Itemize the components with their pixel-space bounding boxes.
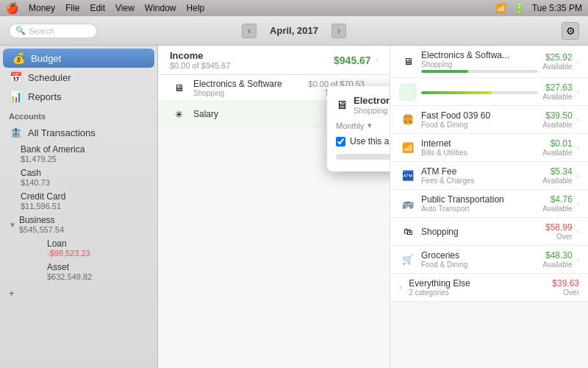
expand-icon: › bbox=[399, 283, 401, 291]
right-icon-internet: 📶 bbox=[399, 139, 417, 157]
menu-window[interactable]: Window bbox=[145, 3, 176, 13]
electronics-icon: 🖥 bbox=[170, 79, 187, 97]
right-icon-electronics: 🖥 bbox=[399, 53, 417, 71]
search-placeholder: Search bbox=[29, 26, 54, 35]
account-credit-card[interactable]: Credit Card $11,596.51 bbox=[0, 189, 157, 213]
account-cash[interactable]: Cash $140.73 bbox=[0, 166, 157, 189]
right-chevron-transport: › bbox=[577, 199, 579, 208]
search-bar[interactable]: 🔍 Search bbox=[9, 24, 97, 38]
menu-file[interactable]: File bbox=[65, 3, 79, 13]
right-row-groceries[interactable]: 🛒 Groceries Food & Dining $48.30 Availab… bbox=[390, 246, 588, 274]
right-panel: 🖥 Electronics & Softwa... Shopping $25.9… bbox=[390, 46, 588, 368]
settings-button[interactable]: ⚙ bbox=[562, 22, 579, 40]
sidebar-item-budget[interactable]: 💰 Budget bbox=[3, 49, 154, 68]
right-icon-shopping: 🛍 bbox=[399, 223, 417, 241]
frequency-chevron-icon: ▾ bbox=[368, 121, 372, 130]
transactions-icon: 🏦 bbox=[9, 127, 22, 138]
wifi-icon: 📶 bbox=[495, 3, 506, 13]
right-chevron-shopping: › bbox=[577, 227, 579, 236]
popup-overlay: 🖥 Electronics & Softwa... Shopping Month… bbox=[327, 86, 390, 171]
right-chevron-atm: › bbox=[577, 171, 579, 180]
right-chevron-icon: › bbox=[577, 57, 579, 66]
right-icon-available bbox=[399, 83, 417, 101]
business-group: ▼ Business $545,557.54 Loan -$98,523.23 … bbox=[0, 213, 157, 283]
sidebar-item-all-transactions[interactable]: 🏦 All Transactions bbox=[0, 123, 157, 142]
right-row-everything-else[interactable]: › Everything Else 2 categories $39.63 Ov… bbox=[390, 274, 588, 302]
popup-header: 🖥 Electronics & Softwa... Shopping bbox=[336, 95, 390, 115]
right-row-shopping[interactable]: 🛍 Shopping $58.99 Over › bbox=[390, 218, 588, 246]
right-chevron-internet: › bbox=[577, 144, 579, 152]
battery-icon: 🔋 bbox=[514, 3, 525, 13]
popup-checkbox[interactable] bbox=[336, 137, 345, 146]
menu-edit[interactable]: Edit bbox=[90, 3, 105, 13]
account-loan[interactable]: Loan -$98,523.23 bbox=[26, 236, 157, 260]
sidebar-item-scheduler[interactable]: 📅 Scheduler bbox=[0, 68, 157, 87]
account-asset[interactable]: Asset $632,549.82 bbox=[26, 260, 157, 283]
right-progress-electronics bbox=[421, 70, 538, 73]
menu-view[interactable]: View bbox=[115, 3, 135, 13]
right-row-internet[interactable]: 📶 Internet Bills & Utilities $0.01 Avail… bbox=[390, 134, 588, 162]
sidebar-item-reports[interactable]: 📊 Reports bbox=[0, 87, 157, 106]
right-icon-atm: 🏧 bbox=[399, 167, 417, 185]
current-month: April, 2017 bbox=[262, 25, 326, 36]
accounts-header: Accounts bbox=[0, 106, 157, 123]
app-body: 💰 Budget 📅 Scheduler 📊 Reports Accounts … bbox=[0, 46, 588, 368]
right-row-available[interactable]: $27.63 Available › bbox=[390, 78, 588, 106]
month-nav: ‹ April, 2017 › bbox=[242, 24, 346, 38]
right-chevron-icon-2: › bbox=[577, 88, 579, 96]
budget-icon: 💰 bbox=[12, 52, 25, 64]
popup-frequency: Monthly ▾ bbox=[336, 121, 390, 130]
toolbar: 🔍 Search ‹ April, 2017 › ⚙ bbox=[0, 16, 588, 46]
search-icon: 🔍 bbox=[15, 26, 26, 35]
menu-help[interactable]: Help bbox=[187, 3, 205, 13]
popup-checkbox-row[interactable]: Use this amount next month bbox=[336, 136, 390, 146]
reports-icon: 📊 bbox=[9, 91, 22, 102]
popup-progress-bar bbox=[336, 154, 390, 160]
app-window: 🔍 Search ‹ April, 2017 › ⚙ 💰 Budget 📅 Sc… bbox=[0, 16, 588, 368]
right-chevron-groceries: › bbox=[577, 255, 579, 263]
clock: Tue 5:35 PM bbox=[532, 3, 582, 13]
scheduler-icon: 📅 bbox=[9, 71, 22, 83]
next-month-button[interactable]: › bbox=[331, 24, 346, 38]
popup-icon: 🖥 bbox=[336, 99, 348, 112]
income-chevron: › bbox=[376, 56, 378, 64]
menubar: 🍎 Money File Edit View Window Help 📶 🔋 T… bbox=[0, 0, 588, 16]
menu-money[interactable]: Money bbox=[29, 3, 55, 13]
right-row-electronics[interactable]: 🖥 Electronics & Softwa... Shopping $25.9… bbox=[390, 46, 588, 78]
right-row-atm[interactable]: 🏧 ATM Fee Fees & Charges $5.34 Available… bbox=[390, 162, 588, 190]
right-row-fastfood[interactable]: 🍔 Fast Food 039 60 Food & Dining $39.50 … bbox=[390, 106, 588, 134]
income-row[interactable]: Income $0.00 of $945.67 $945.67 › bbox=[158, 46, 390, 75]
apple-menu[interactable]: 🍎 bbox=[6, 2, 18, 14]
sidebar: 💰 Budget 📅 Scheduler 📊 Reports Accounts … bbox=[0, 46, 158, 368]
right-icon-groceries: 🛒 bbox=[399, 251, 417, 269]
business-header[interactable]: ▼ Business $545,557.54 bbox=[0, 213, 157, 236]
main-content: Income $0.00 of $945.67 $945.67 › 🖥 Elec… bbox=[158, 46, 390, 368]
right-icon-transport: 🚌 bbox=[399, 195, 417, 213]
right-chevron-fastfood: › bbox=[577, 116, 579, 124]
account-bank-of-america[interactable]: Bank of America $1,479.25 bbox=[0, 142, 157, 166]
right-icon-fastfood: 🍔 bbox=[399, 111, 417, 129]
salary-icon: ✳ bbox=[170, 105, 187, 123]
add-account-button[interactable]: + bbox=[0, 283, 157, 303]
business-sub-accounts: Loan -$98,523.23 Asset $632,549.82 bbox=[0, 236, 157, 283]
right-row-transport[interactable]: 🚌 Public Transportation Auto Transport $… bbox=[390, 190, 588, 218]
prev-month-button[interactable]: ‹ bbox=[242, 24, 257, 38]
right-progress-available bbox=[421, 91, 538, 94]
